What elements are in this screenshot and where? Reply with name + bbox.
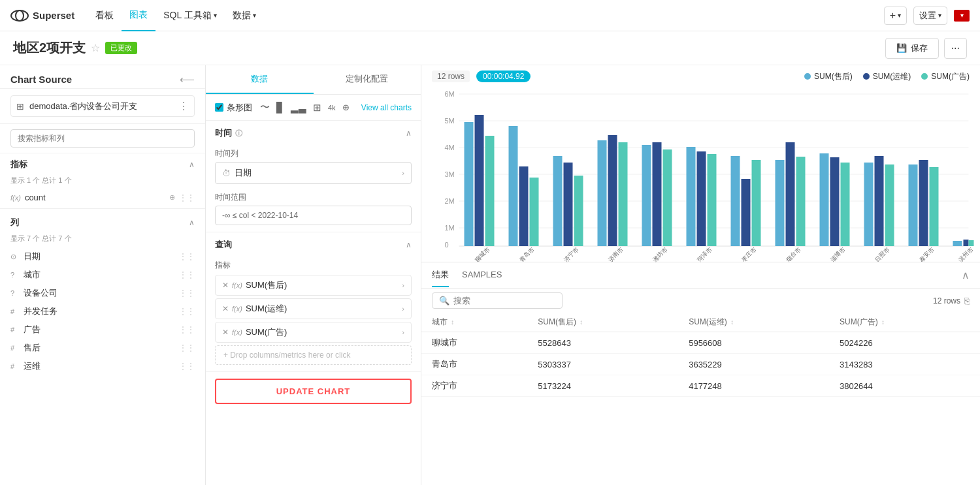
metric-tag-gg[interactable]: ✕ f(x) SUM(广告) › <box>215 322 412 343</box>
logo[interactable]: Superset <box>10 10 74 22</box>
metric-tag-yw[interactable]: ✕ f(x) SUM(运维) › <box>215 298 412 319</box>
settings-button[interactable]: 设置 ▾ <box>913 7 947 25</box>
time-info-icon: ⓘ <box>235 129 242 138</box>
time-collapse-icon: ∧ <box>406 129 412 138</box>
col-type-ops: # <box>10 362 20 370</box>
app-name: Superset <box>33 10 74 21</box>
tab-custom[interactable]: 定制化配置 <box>314 65 421 94</box>
svg-text:4M: 4M <box>445 144 455 151</box>
metric-tag-sh[interactable]: ✕ f(x) SUM(售后) › <box>215 275 412 296</box>
col-drag-2[interactable]: ⋮⋮ <box>179 289 195 298</box>
line-chart-icon[interactable]: 〜 <box>260 101 270 114</box>
chart-type-checkbox[interactable] <box>215 103 223 112</box>
datasource-more-icon[interactable]: ⋮ <box>178 100 189 112</box>
metric-x-yw[interactable]: ✕ <box>222 304 229 313</box>
left-panel: Chart Source ⟵ ⊞ demodata.省内设备公司开支 ⋮ 指标 … <box>0 65 206 485</box>
col-drag-5[interactable]: ⋮⋮ <box>179 343 195 352</box>
svg-point-0 <box>11 10 28 21</box>
list-item: # 售后 ⋮⋮ <box>0 339 205 357</box>
metric-count-name: count <box>25 193 165 202</box>
tab-data[interactable]: 数据 <box>206 65 314 94</box>
star-icon[interactable]: ☆ <box>91 42 100 54</box>
col-name-ops: 运维 <box>24 360 175 372</box>
svg-rect-49 <box>830 157 840 246</box>
more-charts-icon[interactable]: ⊕ <box>342 102 350 112</box>
metric-func-gg: f(x) <box>232 328 242 336</box>
bar-chart-svg: 6M 5M 4M 3M 2M 1M 0 聊城市 <box>432 87 970 257</box>
svg-rect-20 <box>509 126 518 246</box>
legend-dot-yw <box>863 73 870 80</box>
right-panel: 12 rows 00:00:04.92 SUM(售后) SUM(运维) SUM(… <box>421 65 980 485</box>
svg-rect-32 <box>642 145 651 246</box>
svg-rect-24 <box>553 156 563 246</box>
legend-dot-gg <box>921 73 928 80</box>
svg-text:泰安市: 泰安市 <box>918 246 935 263</box>
results-search-input[interactable] <box>453 296 555 305</box>
col-name-after-sales: 售后 <box>24 342 175 354</box>
svg-text:滨州市: 滨州市 <box>957 246 974 263</box>
col-drag-1[interactable]: ⋮⋮ <box>179 270 195 279</box>
metric-info-icon[interactable]: ⊕ <box>169 193 175 202</box>
metrics-title: 指标 <box>10 159 27 170</box>
svg-text:菏泽市: 菏泽市 <box>696 246 713 263</box>
area-chart-icon[interactable]: ▂▃ <box>291 102 306 114</box>
collapse-results-icon[interactable]: ∧ <box>962 269 970 281</box>
svg-rect-16 <box>465 122 474 246</box>
changed-badge: 已更改 <box>105 42 137 54</box>
results-search-wrap[interactable]: 🔍 <box>432 292 563 309</box>
tab-results[interactable]: 结果 <box>432 264 449 287</box>
svg-rect-56 <box>909 164 918 246</box>
metric-chevron-sh: › <box>402 281 404 289</box>
view-all-charts-link[interactable]: View all charts <box>361 103 412 112</box>
nav-item-charts[interactable]: 图表 <box>122 0 155 31</box>
more-options-button[interactable]: ··· <box>944 38 967 59</box>
search-icon: 🔍 <box>439 296 449 305</box>
search-input[interactable] <box>10 129 195 148</box>
copy-icon[interactable]: ⎘ <box>964 296 970 306</box>
metric-drag-handle[interactable]: ⋮⋮ <box>179 193 195 202</box>
four-k-icon[interactable]: 4k <box>328 104 336 112</box>
chevron-right-icon: › <box>402 169 404 177</box>
query-section-header[interactable]: 查询 ∧ <box>206 232 421 257</box>
metric-x-sh[interactable]: ✕ <box>222 281 229 290</box>
time-badge: 00:00:04.92 <box>476 70 531 82</box>
columns-section-header[interactable]: 列 ∧ <box>0 211 205 234</box>
time-range-select[interactable]: -∞ ≤ col < 2022-10-14 <box>215 206 412 225</box>
drop-area[interactable]: + Drop columns/metrics here or click <box>215 345 412 365</box>
svg-text:潍坊市: 潍坊市 <box>651 246 668 263</box>
col-type-city: ? <box>10 271 20 279</box>
grid-icon: ⊞ <box>16 101 24 112</box>
col-drag-6[interactable]: ⋮⋮ <box>179 362 195 371</box>
list-item: # 并发任务 ⋮⋮ <box>0 302 205 321</box>
add-button[interactable]: + ▾ <box>884 7 907 25</box>
svg-text:6M: 6M <box>445 90 455 98</box>
table-icon[interactable]: ⊞ <box>313 102 321 114</box>
metrics-section-header[interactable]: 指标 ∧ <box>0 153 205 176</box>
col-drag-3[interactable]: ⋮⋮ <box>179 307 195 316</box>
svg-rect-52 <box>864 163 874 246</box>
metric-x-gg[interactable]: ✕ <box>222 328 229 337</box>
save-button[interactable]: 💾 保存 <box>885 38 939 59</box>
bar-chart-icon[interactable]: ▊ <box>276 102 284 114</box>
col-drag-4[interactable]: ⋮⋮ <box>179 325 195 334</box>
tab-samples[interactable]: SAMPLES <box>462 264 502 286</box>
nav-item-dashboard[interactable]: 看板 <box>88 1 122 31</box>
svg-rect-21 <box>519 166 529 246</box>
time-col-select[interactable]: ⏱ 日期 › <box>215 162 412 184</box>
col-drag-0[interactable]: ⋮⋮ <box>179 252 195 261</box>
collapse-left-button[interactable]: ⟵ <box>180 73 195 86</box>
datasource-row[interactable]: ⊞ demodata.省内设备公司开支 ⋮ <box>10 95 195 117</box>
nav-item-data[interactable]: 数据 ▾ <box>225 1 264 31</box>
table-row: 聊城市 5528643 5956608 5024226 <box>421 332 980 354</box>
col-type-concurrent: # <box>10 307 20 315</box>
results-section: 结果 SAMPLES ∧ 🔍 12 rows ⎘ <box>421 262 980 485</box>
time-section-header[interactable]: 时间 ⓘ ∧ <box>206 121 421 146</box>
svg-text:2M: 2M <box>445 197 455 205</box>
update-chart-button[interactable]: UPDATE CHART <box>215 379 412 404</box>
svg-rect-29 <box>608 135 617 246</box>
svg-text:青岛市: 青岛市 <box>518 246 535 263</box>
chart-type-checkbox-label[interactable]: 条形图 <box>215 102 252 114</box>
svg-text:聊城市: 聊城市 <box>474 246 491 263</box>
flag-button[interactable]: ▾ <box>954 10 970 22</box>
nav-item-sql[interactable]: SQL 工具箱 ▾ <box>155 1 224 31</box>
